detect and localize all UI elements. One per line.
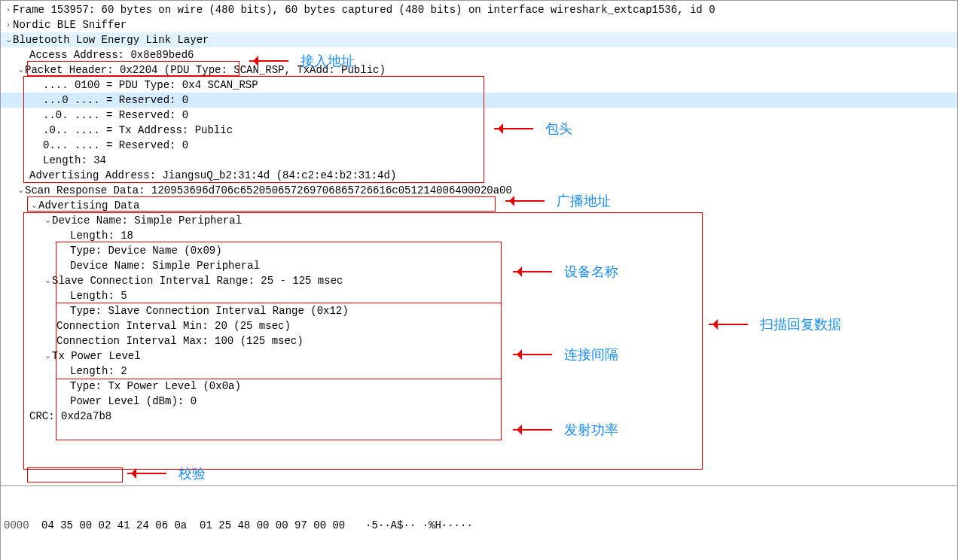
ph-len-label: Length: 34 bbox=[43, 153, 106, 168]
tree-tp-length[interactable]: Length: 2 bbox=[1, 364, 957, 379]
dn-len-label: Length: 18 bbox=[70, 228, 133, 243]
sc-len-label: Length: 5 bbox=[70, 288, 127, 303]
tree-sc-type[interactable]: Type: Slave Connection Interval Range (0… bbox=[1, 303, 957, 318]
frame-label: Frame 153957: 60 bytes on wire (480 bits… bbox=[13, 2, 715, 17]
anno-adv-address: 广播地址 bbox=[505, 193, 611, 208]
tree-reserved1[interactable]: ...0 .... = Reserved: 0 bbox=[1, 93, 957, 108]
anno-crc: 校验 bbox=[127, 466, 206, 481]
hex-dump-pane[interactable]: 0000 04 35 00 02 41 24 06 0a 01 25 48 00… bbox=[0, 486, 958, 560]
expand-icon[interactable]: ⌄ bbox=[43, 212, 52, 227]
tree-ble-ll[interactable]: ⌄Bluetooth Low Energy Link Layer bbox=[1, 32, 957, 47]
expand-icon[interactable]: ⌄ bbox=[4, 32, 13, 47]
expand-icon[interactable]: ⌄ bbox=[16, 182, 25, 197]
arrow-icon bbox=[494, 126, 539, 132]
tree-reserved3[interactable]: 0... .... = Reserved: 0 bbox=[1, 138, 957, 153]
sc-hdr-label: Slave Connection Interval Range: 25 - 12… bbox=[52, 273, 343, 288]
tree-sc-hdr[interactable]: ⌄Slave Connection Interval Range: 25 - 1… bbox=[1, 273, 957, 288]
sc-type-label: Type: Slave Connection Interval Range (0… bbox=[70, 303, 349, 318]
arrow-icon bbox=[513, 427, 558, 433]
sc-max-label: Connection Interval Max: 100 (125 msec) bbox=[56, 333, 304, 348]
tree-tp-type[interactable]: Type: Tx Power Level (0x0a) bbox=[1, 379, 957, 394]
expand-icon[interactable]: ⌄ bbox=[43, 272, 52, 288]
adv-addr-label: Advertising Address: JiangsuQ_b2:31:4d (… bbox=[29, 168, 396, 183]
dn-value-label: Device Name: Simple Peripheral bbox=[70, 258, 260, 273]
tree-dev-name-hdr[interactable]: ⌄Device Name: Simple Peripheral bbox=[1, 213, 957, 228]
arrow-icon bbox=[709, 321, 754, 327]
tree-access-address[interactable]: Access Address: 0x8e89bed6 bbox=[1, 47, 957, 62]
tree-scan-rsp-data[interactable]: ⌄Scan Response Data: 120953696d706c65205… bbox=[1, 183, 957, 198]
tp-value-label: Power Level (dBm): 0 bbox=[70, 394, 197, 409]
tree-adv-data[interactable]: ⌄Advertising Data bbox=[1, 198, 957, 213]
nordic-label: Nordic BLE Sniffer bbox=[13, 17, 127, 32]
ble-ll-label: Bluetooth Low Energy Link Layer bbox=[13, 32, 209, 47]
tp-hdr-label: Tx Power Level bbox=[52, 348, 141, 364]
tree-tp-value[interactable]: Power Level (dBm): 0 bbox=[1, 394, 957, 409]
tree-dn-value[interactable]: Device Name: Simple Peripheral bbox=[1, 258, 957, 273]
expand-icon[interactable]: ⌄ bbox=[16, 62, 25, 77]
tree-txaddr[interactable]: .0.. .... = Tx Address: Public bbox=[1, 123, 957, 138]
ph-pdu-label: .... 0100 = PDU Type: 0x4 SCAN_RSP bbox=[43, 78, 258, 93]
crc-label: CRC: 0xd2a7b8 bbox=[29, 409, 111, 424]
collapse-icon[interactable]: › bbox=[4, 2, 13, 17]
dn-hdr-label: Device Name: Simple Peripheral bbox=[52, 213, 242, 228]
tree-sc-max[interactable]: Connection Interval Max: 100 (125 msec) bbox=[1, 333, 957, 348]
anno-device-name: 设备名称 bbox=[513, 264, 618, 279]
tree-reserved2[interactable]: ..0. .... = Reserved: 0 bbox=[1, 108, 957, 123]
tp-len-label: Length: 2 bbox=[70, 364, 127, 379]
access-address-label: Access Address: 0x8e89bed6 bbox=[29, 47, 194, 62]
collapse-icon[interactable]: › bbox=[4, 17, 13, 32]
tree-adv-address[interactable]: Advertising Address: JiangsuQ_b2:31:4d (… bbox=[1, 168, 957, 183]
srd-label: Scan Response Data: 120953696d706c652050… bbox=[25, 183, 512, 198]
tp-type-label: Type: Tx Power Level (0x0a) bbox=[70, 379, 241, 394]
anno-access-address: 接入地址 bbox=[249, 53, 355, 68]
adv-data-label: Advertising Data bbox=[38, 198, 139, 213]
arrow-icon bbox=[249, 58, 294, 64]
hex-ascii: ·5··A$·· ·%H····· bbox=[365, 518, 493, 533]
ph-txaddr-label: .0.. .... = Tx Address: Public bbox=[43, 123, 233, 138]
expand-icon[interactable]: ⌄ bbox=[29, 197, 38, 212]
sc-min-label: Connection Interval Min: 20 (25 msec) bbox=[56, 318, 291, 333]
hex-bytes: 04 35 00 02 41 24 06 0a 01 25 48 00 00 9… bbox=[41, 518, 365, 533]
tree-ph-length[interactable]: Length: 34 bbox=[1, 153, 957, 168]
ph-res2-label: ..0. .... = Reserved: 0 bbox=[43, 108, 188, 123]
tree-crc[interactable]: CRC: 0xd2a7b8 bbox=[1, 409, 957, 424]
tree-packet-header[interactable]: ⌄Packet Header: 0x2204 (PDU Type: SCAN_R… bbox=[1, 62, 957, 78]
packet-details-tree[interactable]: ›Frame 153957: 60 bytes on wire (480 bit… bbox=[0, 0, 958, 486]
tree-sc-length[interactable]: Length: 5 bbox=[1, 288, 957, 303]
tree-pdu-type[interactable]: .... 0100 = PDU Type: 0x4 SCAN_RSP bbox=[1, 78, 957, 93]
ph-res3-label: 0... .... = Reserved: 0 bbox=[43, 138, 188, 153]
tree-dn-length[interactable]: Length: 18 bbox=[1, 228, 957, 243]
anno-packet-header: 包头 bbox=[494, 121, 572, 136]
tree-frame[interactable]: ›Frame 153957: 60 bytes on wire (480 bit… bbox=[1, 2, 957, 17]
tree-nordic[interactable]: ›Nordic BLE Sniffer bbox=[1, 17, 957, 32]
arrow-icon bbox=[505, 198, 551, 204]
anno-tx-power: 发射功率 bbox=[513, 422, 618, 437]
tree-tx-power[interactable]: ⌄Tx Power Level bbox=[1, 348, 957, 364]
arrow-icon bbox=[513, 269, 558, 275]
ph-res1-label: ...0 .... = Reserved: 0 bbox=[43, 93, 188, 108]
dn-type-label: Type: Device Name (0x09) bbox=[70, 243, 222, 258]
anno-scan-rsp-data: 扫描回复数据 bbox=[709, 317, 841, 332]
hex-offset: 0000 bbox=[4, 518, 41, 533]
box-crc bbox=[27, 467, 123, 482]
expand-icon[interactable]: ⌄ bbox=[43, 348, 52, 363]
tree-dn-type[interactable]: Type: Device Name (0x09) bbox=[1, 243, 957, 258]
hex-row[interactable]: 0000 04 35 00 02 41 24 06 0a 01 25 48 00… bbox=[1, 518, 957, 533]
anno-conn-interval: 连接间隔 bbox=[513, 347, 618, 362]
arrow-icon bbox=[513, 352, 558, 358]
arrow-icon bbox=[127, 470, 172, 476]
